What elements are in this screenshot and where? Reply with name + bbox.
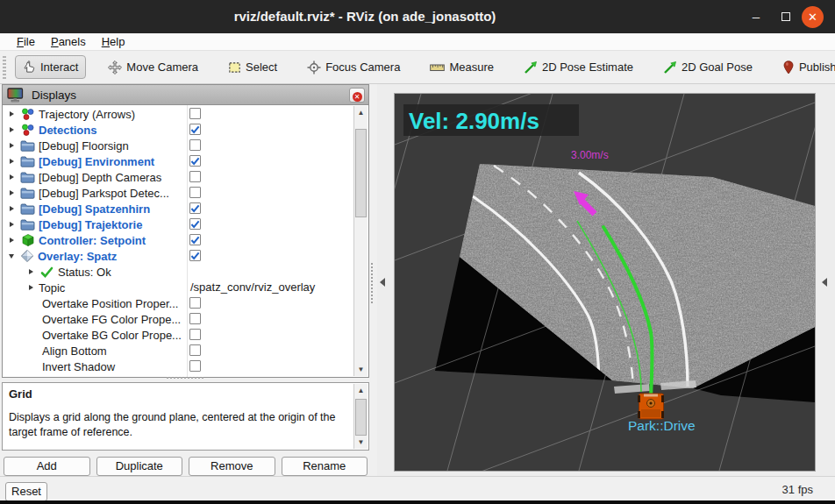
tool-button-focus-camera[interactable]: Focus Camera xyxy=(299,55,408,80)
tree-row[interactable]: [Debug] Floorsign xyxy=(3,138,353,153)
dock-splitter-handle[interactable] xyxy=(371,263,374,303)
description-scrollbar-thumb[interactable] xyxy=(355,399,367,436)
menu-item-file[interactable]: File xyxy=(9,33,43,51)
chevron-right-icon[interactable] xyxy=(29,285,33,290)
tool-button-measure[interactable]: Measure xyxy=(422,55,502,79)
chevron-right-icon[interactable] xyxy=(10,111,14,117)
cube-icon xyxy=(19,233,36,247)
scroll-down-icon[interactable]: ▼ xyxy=(354,436,368,449)
enable-checkbox[interactable] xyxy=(189,360,201,372)
tool-button-select[interactable]: Select xyxy=(220,55,285,79)
enable-checkbox[interactable] xyxy=(189,187,201,198)
enable-checkbox[interactable] xyxy=(189,250,201,261)
menu-item-panels[interactable]: Panels xyxy=(43,33,94,51)
close-button[interactable]: ✕ xyxy=(802,6,824,28)
tree-row[interactable]: Invert Shadow xyxy=(3,358,353,374)
tree-row[interactable]: Align Bottom xyxy=(3,343,353,358)
tree-row[interactable]: Controller: Setpoint xyxy=(3,232,353,248)
tool-button-pose-estimate[interactable]: 2D Pose Estimate xyxy=(516,55,641,80)
chevron-right-icon[interactable] xyxy=(29,269,33,274)
tree-item-label: Invert Shadow xyxy=(42,360,115,373)
enable-checkbox[interactable] xyxy=(189,155,201,167)
displays-panel-header[interactable]: Displays ✕ xyxy=(2,84,369,105)
rename-button[interactable]: Rename xyxy=(282,457,368,476)
tree-scrollbar[interactable]: ▲ ▼ xyxy=(353,106,368,376)
window-title: rviz/default.rviz* - RViz (on ade_jonaso… xyxy=(0,0,730,33)
vehicle-model xyxy=(638,394,664,419)
tree-row[interactable]: Overtake BG Color Prope... xyxy=(3,327,353,343)
tree-row[interactable]: Status: Ok xyxy=(3,264,353,280)
enable-checkbox[interactable] xyxy=(189,234,201,245)
scroll-down-icon[interactable]: ▼ xyxy=(354,363,368,376)
chevron-right-icon[interactable] xyxy=(10,238,14,243)
menu-item-help[interactable]: Help xyxy=(94,33,133,51)
maximize-button[interactable] xyxy=(775,7,796,28)
tree-row[interactable]: [Debug] Trajektorie xyxy=(3,217,353,232)
render-viewport[interactable]: 3.00m/s Park::Drive Vel: 2.90m/s xyxy=(395,94,815,471)
enable-checkbox[interactable] xyxy=(189,313,201,324)
enable-checkbox[interactable] xyxy=(189,139,201,151)
panel-splitter-handle[interactable] xyxy=(167,377,203,380)
chevron-right-icon[interactable] xyxy=(10,174,14,180)
goal-arrow-icon xyxy=(663,60,677,75)
chevron-right-icon[interactable] xyxy=(10,222,14,227)
tool-button-move-camera[interactable]: Move Camera xyxy=(100,55,206,80)
tree-row[interactable]: Overtake FG Color Prope... xyxy=(3,311,353,327)
add-button[interactable]: Add xyxy=(4,457,90,476)
enable-checkbox[interactable] xyxy=(189,171,201,182)
enable-checkbox[interactable] xyxy=(189,124,201,135)
enable-checkbox[interactable] xyxy=(189,218,201,230)
scroll-up-icon[interactable]: ▲ xyxy=(354,106,368,119)
chevron-right-icon[interactable] xyxy=(10,190,14,195)
enable-checkbox[interactable] xyxy=(189,108,201,119)
tree-item-label: Trajectory (Arrows) xyxy=(39,108,135,121)
target-speed-label: 3.00m/s xyxy=(571,149,609,161)
description-scrollbar[interactable]: ▲ ▼ xyxy=(353,384,368,449)
tree-row[interactable]: Trajectory (Arrows) xyxy=(3,106,353,122)
collapse-right-arrow-icon[interactable] xyxy=(822,278,827,287)
chevron-down-icon[interactable] xyxy=(9,254,14,259)
tree-row[interactable]: [Debug] Parkspot Detec... xyxy=(3,185,353,201)
tree-row[interactable]: Overlay: Spatz xyxy=(3,248,353,264)
3d-scene[interactable]: 3.00m/s Park::Drive Vel: 2.90m/s xyxy=(395,94,815,471)
minimize-button[interactable]: – xyxy=(746,7,767,28)
tree-row[interactable]: [Debug] Spatzenhirn xyxy=(3,201,353,217)
reset-button[interactable]: Reset xyxy=(5,482,47,501)
description-title: Grid xyxy=(9,387,349,401)
remove-button[interactable]: Remove xyxy=(189,457,275,476)
tool-button-goal-pose[interactable]: 2D Goal Pose xyxy=(655,55,760,80)
tool-button-label: Move Camera xyxy=(126,60,198,74)
tree-row[interactable]: Topic/spatz_conv/rviz_overlay xyxy=(3,280,353,295)
duplicate-button[interactable]: Duplicate xyxy=(96,457,183,476)
toolbar-grip[interactable] xyxy=(3,56,6,79)
property-value[interactable]: /spatz_conv/rviz_overlay xyxy=(190,280,315,295)
displays-panel-close-button[interactable]: ✕ xyxy=(349,88,365,103)
state-machine-label: Park::Drive xyxy=(628,418,696,433)
tree-scrollbar-thumb[interactable] xyxy=(355,129,367,217)
tree-row[interactable]: [Debug] Environment xyxy=(3,153,353,169)
markers-icon xyxy=(19,124,36,137)
tool-button-publish-point[interactable]: Publish Point xyxy=(774,55,835,80)
chevron-right-icon[interactable] xyxy=(10,127,14,132)
tool-button-interact[interactable]: Interact xyxy=(15,55,86,79)
chevron-right-icon[interactable] xyxy=(10,143,14,148)
tree-row[interactable]: Detections xyxy=(3,122,353,138)
displays-icon xyxy=(7,88,24,103)
chevron-right-icon[interactable] xyxy=(10,206,14,211)
tool-button-label: 2D Pose Estimate xyxy=(542,60,633,74)
tool-button-label: Publish Point xyxy=(799,60,835,74)
velocity-overlay: Vel: 2.90m/s xyxy=(403,104,579,136)
enable-checkbox[interactable] xyxy=(189,297,201,309)
enable-checkbox[interactable] xyxy=(189,202,201,214)
chevron-right-icon[interactable] xyxy=(10,159,14,164)
collapse-left-arrow-icon[interactable] xyxy=(380,278,385,287)
scroll-up-icon[interactable]: ▲ xyxy=(354,384,368,397)
enable-checkbox[interactable] xyxy=(189,329,201,340)
tree-item-label: Align Bottom xyxy=(42,344,107,358)
tree-row[interactable]: [Debug] Depth Cameras xyxy=(3,169,353,185)
velocity-overlay-text: Vel: 2.90m/s xyxy=(409,108,539,134)
enable-checkbox[interactable] xyxy=(189,344,201,356)
panel-close-icon: ✕ xyxy=(353,92,362,102)
menu-bar: FilePanelsHelp xyxy=(0,33,835,51)
tree-row[interactable]: Overtake Position Proper... xyxy=(3,295,353,311)
